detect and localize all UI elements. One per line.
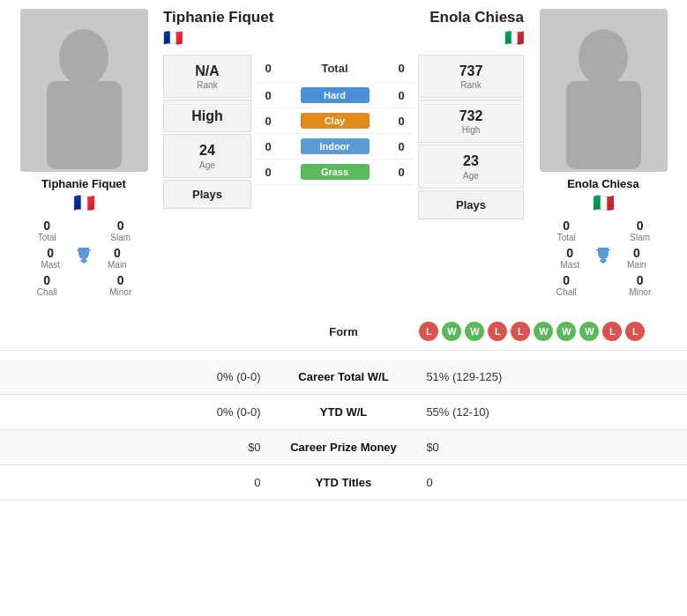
- stats-table: 0% (0-0) Career Total W/L 51% (129-125) …: [0, 360, 687, 501]
- middle-row: N/A Rank High 24 Age Plays: [163, 55, 524, 297]
- bottom-section: Form LWWLLWWWLL 0% (0-0) Career Total W/…: [0, 313, 687, 501]
- left-stat-main: 0 Main: [108, 246, 127, 270]
- stats-label-3: YTD Titles: [275, 465, 413, 501]
- right-trophy-row: 0 Mast 0 Main: [535, 246, 672, 270]
- left-player-flag: 🇫🇷: [73, 192, 95, 213]
- stats-row-0: 0% (0-0) Career Total W/L 51% (129-125): [0, 360, 687, 395]
- score-row-hard: 0 Hard 0: [256, 83, 414, 108]
- stats-label-2: Career Prize Money: [275, 430, 413, 465]
- stats-right-0: 51% (129-125): [412, 360, 687, 395]
- left-stat-slam: 0 Slam: [89, 219, 153, 242]
- stats-right-3: 0: [412, 465, 687, 501]
- svg-rect-4: [566, 81, 641, 169]
- trophy-icon: [75, 246, 93, 263]
- right-player-avatar: [540, 9, 668, 172]
- left-player-avatar: [20, 9, 148, 172]
- left-stat-chall: 0 Chall: [16, 273, 79, 297]
- right-player-stats: 0 Total 0 Slam: [535, 219, 672, 242]
- score-row-indoor: 0 Indoor 0: [256, 134, 414, 160]
- right-name-center: Enola Chiesa: [344, 9, 525, 26]
- right-player-flag: 🇮🇹: [593, 192, 615, 213]
- names-row: Tiphanie Fiquet 🇫🇷 Enola Chiesa 🇮🇹: [163, 9, 524, 48]
- stats-label-0: Career Total W/L: [275, 360, 413, 395]
- right-player-name: Enola Chiesa: [567, 177, 639, 190]
- left-flag-center: 🇫🇷: [163, 28, 344, 48]
- stats-label-1: YTD W/L: [275, 395, 413, 430]
- form-badge-w: W: [534, 322, 553, 341]
- left-player-name: Tiphanie Fiquet: [41, 177, 126, 190]
- svg-point-0: [59, 29, 108, 85]
- right-rank-box: 737 Rank: [418, 55, 524, 98]
- left-player-stats: 0 Total 0 Slam: [16, 219, 153, 242]
- stats-left-3: 0: [0, 465, 275, 501]
- left-plays-box: Plays: [163, 180, 251, 210]
- left-chall-row: 0 Chall 0 Minor: [16, 273, 153, 297]
- form-badges-container: LWWLLWWWLL: [412, 313, 687, 350]
- right-stat-mast: 0 Mast: [560, 246, 579, 270]
- left-high-box: High: [163, 100, 251, 132]
- right-player-card: Enola Chiesa 🇮🇹 0 Total 0 Slam 0 Mast: [528, 9, 678, 297]
- svg-rect-2: [82, 262, 86, 263]
- left-name-center: Tiphanie Fiquet: [163, 9, 344, 26]
- center-area: Tiphanie Fiquet 🇫🇷 Enola Chiesa 🇮🇹 N/A: [163, 9, 524, 297]
- right-stat-total: 0 Total: [535, 219, 599, 242]
- left-trophy-row: 0 Mast 0 Main: [16, 246, 153, 270]
- form-badge-l: L: [488, 322, 507, 341]
- stats-left-2: $0: [0, 430, 275, 465]
- right-trophy-icon-cell: [594, 246, 612, 270]
- left-stat-total: 0 Total: [16, 219, 79, 242]
- form-badge-l: L: [625, 322, 645, 341]
- score-row-clay: 0 Clay 0: [256, 108, 414, 134]
- stats-left-1: 0% (0-0): [0, 395, 275, 430]
- svg-rect-5: [601, 262, 605, 263]
- left-player-card: Tiphanie Fiquet 🇫🇷 0 Total 0 Slam 0 Mast: [9, 9, 159, 297]
- form-badge-l: L: [419, 322, 438, 341]
- trophy-icon-right: [594, 246, 612, 263]
- svg-point-3: [579, 29, 628, 85]
- stats-row-2: $0 Career Prize Money $0: [0, 430, 687, 465]
- score-row-grass: 0 Grass 0: [256, 160, 414, 185]
- score-row-total: 0 Total 0: [256, 55, 414, 83]
- svg-rect-1: [47, 81, 122, 169]
- form-badge-w: W: [465, 322, 484, 341]
- right-info-boxes: 737 Rank 732 High 23 Age Plays: [418, 55, 524, 297]
- form-badge-l: L: [511, 322, 530, 341]
- right-stat-chall: 0 Chall: [535, 273, 599, 297]
- right-flag-center: 🇮🇹: [344, 28, 525, 48]
- left-info-boxes: N/A Rank High 24 Age Plays: [163, 55, 251, 297]
- right-stat-slam: 0 Slam: [609, 219, 672, 242]
- right-plays-box: Plays: [418, 190, 524, 220]
- form-row: Form LWWLLWWWLL: [0, 313, 687, 351]
- right-chall-row: 0 Chall 0 Minor: [535, 273, 672, 297]
- form-badge-w: W: [579, 322, 599, 341]
- left-age-box: 24 Age: [163, 134, 251, 177]
- left-rank-box: N/A Rank: [163, 55, 251, 98]
- score-rows: 0 Total 0 0 Hard 0: [256, 55, 414, 297]
- form-badge-w: W: [556, 322, 576, 341]
- left-stat-mast: 0 Mast: [41, 246, 60, 270]
- right-age-box: 23 Age: [418, 145, 524, 188]
- right-stat-main: 0 Main: [627, 246, 646, 270]
- left-trophy-icon-cell: [75, 246, 93, 270]
- left-stat-minor: 0 Minor: [89, 273, 153, 297]
- right-stat-minor: 0 Minor: [609, 273, 672, 297]
- stats-left-0: 0% (0-0): [0, 360, 275, 395]
- stats-row-1: 0% (0-0) YTD W/L 55% (12-10): [0, 395, 687, 430]
- stats-right-1: 55% (12-10): [412, 395, 687, 430]
- right-high-box: 732 High: [418, 100, 524, 143]
- form-badge-l: L: [602, 322, 622, 341]
- stats-row-3: 0 YTD Titles 0: [0, 465, 687, 501]
- form-badge-w: W: [442, 322, 461, 341]
- form-label: Form: [275, 316, 413, 347]
- stats-right-2: $0: [412, 430, 687, 465]
- form-left-empty: [0, 323, 275, 340]
